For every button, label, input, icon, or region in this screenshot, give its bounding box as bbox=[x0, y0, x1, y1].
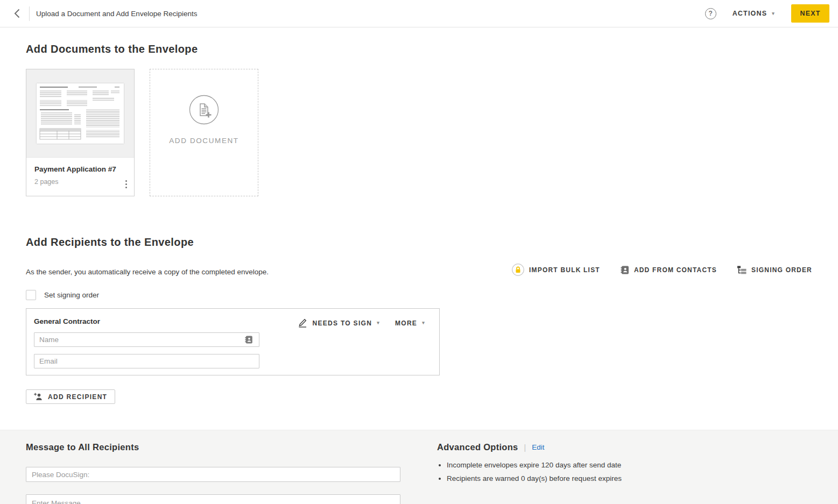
chevron-down-icon: ▾ bbox=[772, 11, 775, 16]
add-document-label: ADD DOCUMENT bbox=[169, 137, 238, 145]
email-subject-input[interactable] bbox=[26, 467, 400, 482]
document-plus-icon bbox=[189, 95, 219, 125]
signing-order-label: SIGNING ORDER bbox=[751, 266, 812, 274]
recipient-name-input[interactable] bbox=[34, 332, 259, 347]
recipients-toolbar: IMPORT BULK LIST ADD FROM CONTACTS bbox=[512, 264, 812, 276]
recipient-more-label: MORE bbox=[395, 320, 417, 327]
signing-order-icon bbox=[737, 266, 747, 274]
add-from-contacts-label: ADD FROM CONTACTS bbox=[634, 266, 717, 274]
heading-separator: | bbox=[524, 443, 526, 452]
import-bulk-list-label: IMPORT BULK LIST bbox=[529, 266, 600, 274]
document-thumbnail bbox=[26, 69, 134, 158]
documents-section-heading: Add Documents to the Envelope bbox=[26, 27, 812, 55]
document-title: Payment Application #7 bbox=[34, 165, 126, 173]
recipient-more-dropdown[interactable]: MORE ▾ bbox=[395, 320, 425, 327]
back-button[interactable] bbox=[9, 5, 25, 22]
add-from-contacts-button[interactable]: ADD FROM CONTACTS bbox=[621, 266, 717, 274]
import-bulk-list-button[interactable]: IMPORT BULK LIST bbox=[512, 264, 600, 276]
document-page-count: 2 pages bbox=[34, 178, 126, 186]
chevron-down-icon: ▾ bbox=[422, 321, 425, 325]
document-menu-icon[interactable] bbox=[125, 180, 128, 189]
advanced-options-heading: Advanced Options bbox=[437, 442, 518, 452]
recipient-card: General Contractor NEEDS bbox=[26, 308, 440, 375]
set-signing-order-checkbox[interactable] bbox=[26, 290, 36, 300]
top-bar: Upload a Document and Add Envelope Recip… bbox=[0, 0, 838, 27]
actions-label: ACTIONS bbox=[733, 10, 767, 17]
recipient-email-input[interactable] bbox=[34, 354, 259, 368]
document-card[interactable]: Payment Application #7 2 pages bbox=[26, 69, 135, 196]
lock-icon bbox=[512, 264, 524, 276]
message-section: Message to All Recipients Advanced Optio… bbox=[0, 430, 838, 504]
set-signing-order-label: Set signing order bbox=[44, 291, 99, 299]
chevron-left-icon bbox=[14, 9, 20, 18]
recipients-section-heading: Add Recipients to the Envelope bbox=[26, 236, 812, 249]
recipient-role-label: General Contractor bbox=[34, 317, 100, 325]
actions-menu-button[interactable]: ACTIONS ▾ bbox=[733, 10, 775, 17]
help-icon[interactable]: ? bbox=[705, 8, 716, 19]
chevron-down-icon: ▾ bbox=[377, 321, 380, 325]
message-heading: Message to All Recipients bbox=[26, 442, 400, 452]
page-title: Upload a Document and Add Envelope Recip… bbox=[36, 10, 197, 18]
advanced-options-edit-link[interactable]: Edit bbox=[532, 443, 544, 451]
advanced-options-section: Advanced Options | Edit Incomplete envel… bbox=[437, 442, 622, 504]
recipient-action-dropdown[interactable]: NEEDS TO SIGN ▾ bbox=[298, 318, 380, 328]
recipients-subtext: As the sender, you automatically receive… bbox=[26, 268, 269, 276]
header-divider bbox=[29, 6, 30, 21]
add-recipient-button[interactable]: ADD RECIPIENT bbox=[26, 389, 115, 404]
document-preview-image bbox=[37, 83, 124, 144]
advanced-option-item: Recipients are warned 0 day(s) before re… bbox=[447, 474, 622, 482]
advanced-options-list: Incomplete envelopes expire 120 days aft… bbox=[447, 461, 622, 482]
pen-icon bbox=[298, 318, 307, 328]
address-book-icon bbox=[621, 266, 629, 274]
add-recipient-label: ADD RECIPIENT bbox=[48, 393, 107, 401]
advanced-option-item: Incomplete envelopes expire 120 days aft… bbox=[447, 461, 622, 469]
main-content: Add Documents to the Envelope bbox=[0, 27, 838, 404]
signing-order-button[interactable]: SIGNING ORDER bbox=[737, 266, 812, 274]
person-plus-icon bbox=[34, 393, 43, 401]
header-actions: ? ACTIONS ▾ NEXT bbox=[705, 4, 829, 23]
next-button[interactable]: NEXT bbox=[791, 4, 829, 23]
email-message-textarea[interactable] bbox=[26, 494, 400, 504]
recipient-action-label: NEEDS TO SIGN bbox=[312, 320, 372, 327]
contact-lookup-icon[interactable] bbox=[245, 336, 253, 345]
documents-row: Payment Application #7 2 pages bbox=[26, 69, 812, 196]
add-document-dropzone[interactable]: ADD DOCUMENT bbox=[150, 69, 258, 196]
document-info: Payment Application #7 2 pages bbox=[26, 158, 134, 186]
